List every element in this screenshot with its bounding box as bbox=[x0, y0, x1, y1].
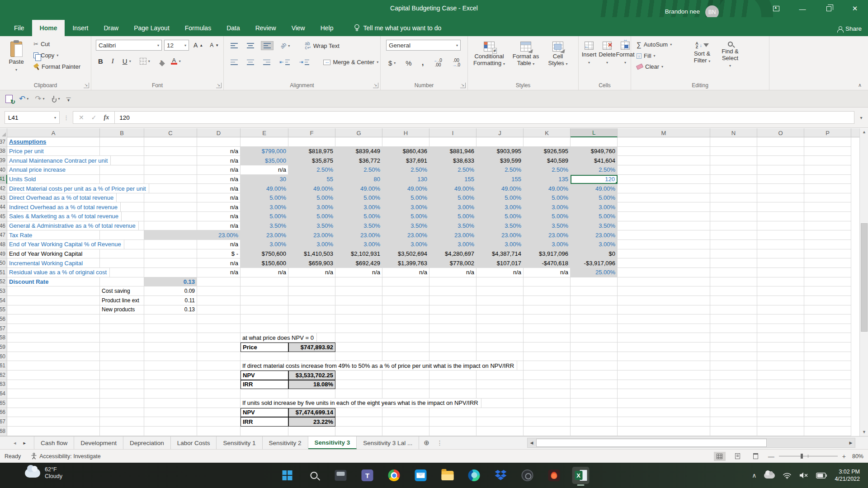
cell-P50[interactable] bbox=[804, 258, 851, 268]
decrease-font-button[interactable]: A▼ bbox=[208, 40, 221, 51]
cell-L66[interactable] bbox=[571, 408, 618, 418]
cell-I45[interactable]: 5.00% bbox=[429, 212, 476, 221]
col-header-M[interactable]: M bbox=[618, 128, 710, 137]
cell-L43[interactable]: 5.00% bbox=[571, 193, 618, 203]
cell-L49[interactable]: $0 bbox=[571, 249, 618, 259]
cell-L38[interactable]: $949,760 bbox=[571, 147, 618, 156]
cell-J46[interactable]: 3.50% bbox=[476, 221, 524, 231]
cell-M63[interactable] bbox=[618, 380, 710, 389]
cell-L57[interactable] bbox=[571, 324, 618, 333]
cell-L53[interactable] bbox=[571, 286, 618, 296]
cell-N40[interactable] bbox=[710, 165, 757, 175]
cell-K38[interactable]: $926,595 bbox=[524, 147, 571, 156]
orientation-dropdown-arrow[interactable]: ▾ bbox=[288, 44, 290, 48]
cell-A42[interactable]: Direct Material costs per unit as a % of… bbox=[7, 184, 149, 193]
cell-M59[interactable] bbox=[618, 343, 710, 352]
cell-styles-button[interactable]: CellStyles ▾ bbox=[544, 39, 572, 68]
cell-K65[interactable] bbox=[524, 399, 571, 408]
cell-J50[interactable]: $107,017 bbox=[476, 258, 524, 268]
sheet-tab-cash-flow[interactable]: Cash flow bbox=[34, 436, 74, 449]
cell-K51[interactable]: n/a bbox=[524, 268, 571, 277]
cell-A66[interactable] bbox=[7, 408, 100, 418]
ribbon-tab-file[interactable]: File bbox=[6, 20, 32, 36]
cell-P45[interactable] bbox=[804, 212, 851, 221]
cell-L65[interactable] bbox=[571, 399, 618, 408]
cell-C53[interactable]: 0.09 bbox=[144, 286, 197, 296]
cell-O65[interactable] bbox=[757, 399, 804, 408]
cell-B49[interactable] bbox=[100, 249, 144, 259]
taskbar-icon-chrome[interactable] bbox=[386, 467, 403, 484]
cell-A44[interactable]: Indirect Overhead as a % of total revenu… bbox=[7, 202, 121, 212]
row-header-37[interactable]: 37 bbox=[0, 137, 7, 147]
select-all-corner[interactable] bbox=[0, 128, 7, 137]
cell-P60[interactable] bbox=[804, 352, 851, 361]
cell-F68[interactable] bbox=[288, 427, 335, 436]
cell-M60[interactable] bbox=[618, 352, 710, 361]
decrease-indent-button[interactable]: ⇤ bbox=[277, 58, 292, 66]
cell-B56[interactable] bbox=[100, 314, 144, 324]
cell-O68[interactable] bbox=[757, 427, 804, 436]
cell-N53[interactable] bbox=[710, 286, 757, 296]
row-header-51[interactable]: 51 bbox=[0, 268, 7, 277]
cell-I59[interactable] bbox=[429, 343, 476, 352]
cell-G45[interactable]: 5.00% bbox=[335, 212, 382, 221]
cell-E40[interactable]: n/a bbox=[241, 165, 288, 175]
cell-A40[interactable]: Annual price increase bbox=[7, 165, 100, 175]
cell-B68[interactable] bbox=[100, 427, 144, 436]
cell-B60[interactable] bbox=[100, 352, 144, 361]
cell-D48[interactable]: n/a bbox=[197, 240, 241, 249]
cell-L42[interactable]: 49.00% bbox=[571, 184, 618, 193]
cell-C64[interactable] bbox=[144, 389, 197, 399]
cell-J68[interactable] bbox=[476, 427, 524, 436]
cell-J43[interactable]: 5.00% bbox=[476, 193, 524, 203]
cell-A63[interactable] bbox=[7, 380, 100, 389]
cell-H49[interactable]: $3,502,694 bbox=[382, 249, 429, 259]
cell-G63[interactable] bbox=[335, 380, 382, 389]
sheet-tab-sensitivity-2[interactable]: Sensitivity 2 bbox=[263, 436, 308, 449]
row-header-50[interactable]: 50 bbox=[0, 258, 7, 268]
cell-K62[interactable] bbox=[524, 371, 571, 380]
cell-P56[interactable] bbox=[804, 314, 851, 324]
cell-A46[interactable]: General & Administrative as a % of total… bbox=[7, 221, 139, 231]
cell-L51[interactable]: 25.00% bbox=[571, 268, 618, 277]
cell-I67[interactable] bbox=[429, 417, 476, 427]
cell-D63[interactable] bbox=[197, 380, 241, 389]
number-format-combo[interactable]: General▾ bbox=[386, 40, 461, 51]
cell-G39[interactable]: $36,772 bbox=[335, 156, 382, 165]
cell-P43[interactable] bbox=[804, 193, 851, 203]
cell-D40[interactable]: n/a bbox=[197, 165, 241, 175]
cell-O62[interactable] bbox=[757, 371, 804, 380]
cell-P68[interactable] bbox=[804, 427, 851, 436]
cell-E49[interactable]: $750,600 bbox=[241, 249, 288, 259]
cell-C47[interactable] bbox=[144, 230, 197, 240]
cell-E38[interactable]: $799,000 bbox=[241, 147, 288, 156]
zoom-level[interactable]: 80% bbox=[852, 453, 863, 460]
cell-F37[interactable] bbox=[288, 137, 335, 147]
cell-G38[interactable]: $839,449 bbox=[335, 147, 382, 156]
cell-F63[interactable]: 18.08% bbox=[288, 380, 335, 389]
scroll-up-arrow[interactable]: ▲ bbox=[860, 128, 868, 136]
row-header-66[interactable]: 66 bbox=[0, 408, 7, 418]
cell-O44[interactable] bbox=[757, 202, 804, 212]
accessibility-checker[interactable]: Accessibility: Investigate bbox=[31, 453, 100, 460]
cell-G48[interactable]: 3.00% bbox=[335, 240, 382, 249]
cell-O53[interactable] bbox=[757, 286, 804, 296]
cell-I62[interactable] bbox=[429, 371, 476, 380]
cell-C48[interactable] bbox=[144, 240, 197, 249]
percent-style-button[interactable]: % bbox=[403, 58, 414, 68]
cell-O57[interactable] bbox=[757, 324, 804, 333]
cell-C41[interactable] bbox=[144, 175, 197, 184]
cell-F55[interactable] bbox=[288, 305, 335, 315]
cell-M62[interactable] bbox=[618, 371, 710, 380]
cell-I60[interactable] bbox=[429, 352, 476, 361]
cell-M68[interactable] bbox=[618, 427, 710, 436]
cell-D67[interactable] bbox=[197, 417, 241, 427]
borders-dropdown-arrow[interactable]: ▾ bbox=[148, 59, 150, 63]
cell-M39[interactable] bbox=[618, 156, 710, 165]
cell-K68[interactable] bbox=[524, 427, 571, 436]
sheet-tab-sensitivity-3-lal[interactable]: Sensitivity 3 Lal ... bbox=[357, 436, 419, 449]
cell-I64[interactable] bbox=[429, 389, 476, 399]
cell-L68[interactable] bbox=[571, 427, 618, 436]
cell-G57[interactable] bbox=[335, 324, 382, 333]
cell-F50[interactable]: $659,903 bbox=[288, 258, 335, 268]
